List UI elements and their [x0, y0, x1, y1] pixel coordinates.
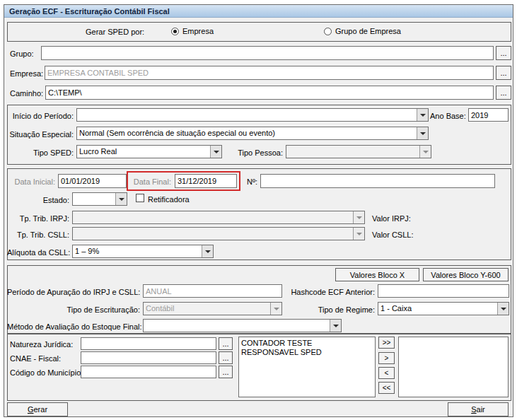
tipo-pessoa-value — [286, 146, 419, 158]
tipo-pessoa-select[interactable] — [286, 145, 431, 158]
valores-bloco-x-button[interactable]: Valores Bloco X — [335, 268, 419, 281]
transfer-all-right-button[interactable]: >> — [378, 337, 395, 349]
aliquota-csll-select[interactable]: 1 – 9% — [72, 245, 214, 258]
list-item[interactable]: CONTADOR TESTE — [241, 339, 373, 348]
radio-grupo-de-empresa[interactable]: Grupo de Empresa — [324, 26, 401, 36]
retificadora-label: Retificadora — [148, 194, 190, 204]
retificadora-checkbox[interactable] — [136, 194, 144, 202]
chevron-down-icon — [115, 193, 127, 205]
estado-label: Estado: — [7, 195, 69, 205]
tp-trib-irpj-label: Tp. Trib. IRPJ: — [7, 214, 69, 223]
tipo-sped-value: Lucro Real — [77, 146, 210, 158]
chevron-down-icon — [353, 228, 364, 240]
periodo-apuracao-label: Período de Apuração do IRPJ e CSLL: — [7, 287, 140, 297]
empresa-browse-button[interactable]: ... — [496, 66, 511, 80]
tipo-escrituracao-label: Tipo de Escrituração: — [7, 305, 140, 315]
chevron-down-icon — [419, 146, 431, 158]
aliquota-csll-value: 1 – 9% — [73, 245, 202, 257]
tp-trib-csll-label: Tp. Trib. CSLL: — [7, 230, 69, 240]
gerar-button[interactable]: Gerar — [7, 402, 68, 416]
chevron-down-icon — [353, 211, 364, 223]
window-title: Geração ECF - Escrituração Contábil Fisc… — [9, 7, 170, 16]
radio-empresa-label: Empresa — [182, 27, 214, 35]
inicio-periodo-select[interactable] — [76, 108, 429, 122]
chevron-down-icon — [497, 303, 509, 315]
cnae-fiscal-label: CNAE - Fiscal: — [10, 354, 61, 363]
chevron-down-icon — [417, 109, 428, 121]
grupo-browse-button[interactable]: ... — [496, 46, 511, 60]
grupo-input[interactable] — [41, 46, 494, 60]
codigo-municipio-label: Código do Município: — [10, 368, 83, 378]
estado-value — [73, 193, 115, 205]
natureza-browse-button[interactable]: ... — [219, 337, 233, 350]
radio-unselected-icon — [324, 28, 332, 35]
contadores-disponiveis-list[interactable]: CONTADOR TESTE RESPONSAVEL SPED — [238, 337, 376, 397]
list-item[interactable]: RESPONSAVEL SPED — [241, 348, 373, 357]
situacao-especial-value: Normal (Sem ocorrência de situação espec… — [77, 127, 417, 139]
data-inicial-input[interactable] — [58, 174, 127, 188]
sair-button[interactable]: Sair — [448, 402, 509, 416]
tipo-regime-select[interactable]: 1 - Caixa — [378, 302, 509, 315]
cnae-browse-button[interactable]: ... — [219, 351, 233, 364]
gerar-sped-por-label: Gerar SPED por: — [86, 27, 144, 37]
transfer-right-button[interactable]: > — [378, 352, 395, 364]
numero-label: Nº: — [238, 177, 257, 187]
cnae-fiscal-input[interactable] — [81, 351, 216, 364]
radio-grupo-label: Grupo de Empresa — [335, 27, 401, 35]
transfer-all-left-button[interactable]: << — [378, 382, 395, 394]
periodo-apuracao-input[interactable] — [143, 284, 282, 298]
grupo-label: Grupo: — [10, 49, 34, 59]
radio-selected-icon — [171, 28, 179, 35]
sair-button-label: Sair — [471, 405, 485, 414]
tp-trib-irpj-select[interactable] — [72, 211, 365, 224]
data-inicial-label: Data Inicial: — [7, 177, 55, 187]
gerar-button-label: Gerar — [28, 405, 47, 414]
valor-csll-label: Valor CSLL: — [372, 230, 414, 240]
radio-empresa[interactable]: Empresa — [171, 26, 214, 36]
transfer-left-button[interactable]: < — [378, 367, 395, 379]
metodo-estoque-label: Método de Avaliação do Estoque Final: — [7, 322, 140, 332]
tipo-regime-value: 1 - Caixa — [378, 303, 497, 315]
data-final-label: Data Final: — [131, 177, 171, 187]
inicio-periodo-value — [77, 109, 417, 121]
tp-trib-csll-value — [73, 228, 353, 240]
chevron-down-icon — [270, 303, 281, 315]
ecf-window: Geração ECF - Escrituração Contábil Fisc… — [4, 4, 513, 417]
empresa-input[interactable] — [45, 66, 494, 80]
aliquota-csll-label: Alíquota da CSLL: — [7, 247, 69, 257]
hashcode-label: Hashcode ECF Anterior: — [290, 287, 375, 297]
chevron-down-icon — [417, 127, 428, 139]
caminho-input[interactable] — [45, 86, 494, 100]
valor-irpj-label: Valor IRPJ: — [372, 214, 411, 223]
tp-trib-irpj-value — [73, 211, 353, 223]
tipo-pessoa-label: Tipo Pessoa: — [216, 148, 283, 158]
natureza-juridica-input[interactable] — [81, 337, 216, 350]
sped-por-groupbox — [7, 22, 511, 42]
tipo-sped-select[interactable]: Lucro Real — [76, 145, 222, 158]
ano-base-input[interactable] — [468, 108, 509, 122]
tipo-regime-label: Tipo de Regime: — [290, 305, 375, 315]
estado-select[interactable] — [72, 192, 127, 206]
situacao-especial-label: Situação Especial: — [7, 129, 74, 139]
tipo-sped-label: Tipo SPED: — [7, 148, 74, 158]
tipo-escrituracao-value: Contábil — [144, 303, 270, 315]
hashcode-input[interactable] — [378, 284, 509, 298]
inicio-periodo-label: Início do Período: — [7, 111, 74, 121]
caminho-label: Caminho: — [10, 88, 43, 98]
contadores-selecionados-list[interactable] — [398, 337, 509, 397]
data-final-input[interactable] — [175, 174, 237, 188]
valores-bloco-y600-button[interactable]: Valores Bloco Y-600 — [423, 268, 509, 281]
natureza-juridica-label: Natureza Jurídica: — [10, 339, 73, 349]
metodo-estoque-select[interactable] — [143, 319, 342, 332]
chevron-down-icon — [202, 245, 213, 257]
empresa-label: Empresa: — [10, 69, 43, 78]
metodo-estoque-value — [144, 320, 330, 332]
codigo-municipio-input[interactable] — [81, 366, 216, 378]
situacao-especial-select[interactable]: Normal (Sem ocorrência de situação espec… — [76, 127, 429, 140]
municipio-browse-button[interactable]: ... — [219, 366, 233, 378]
tp-trib-csll-select[interactable] — [72, 227, 365, 240]
tipo-escrituracao-select[interactable]: Contábil — [143, 302, 282, 315]
numero-input[interactable] — [260, 174, 495, 188]
caminho-browse-button[interactable]: ... — [496, 86, 511, 100]
ano-base-label: Ano Base: — [430, 111, 465, 121]
